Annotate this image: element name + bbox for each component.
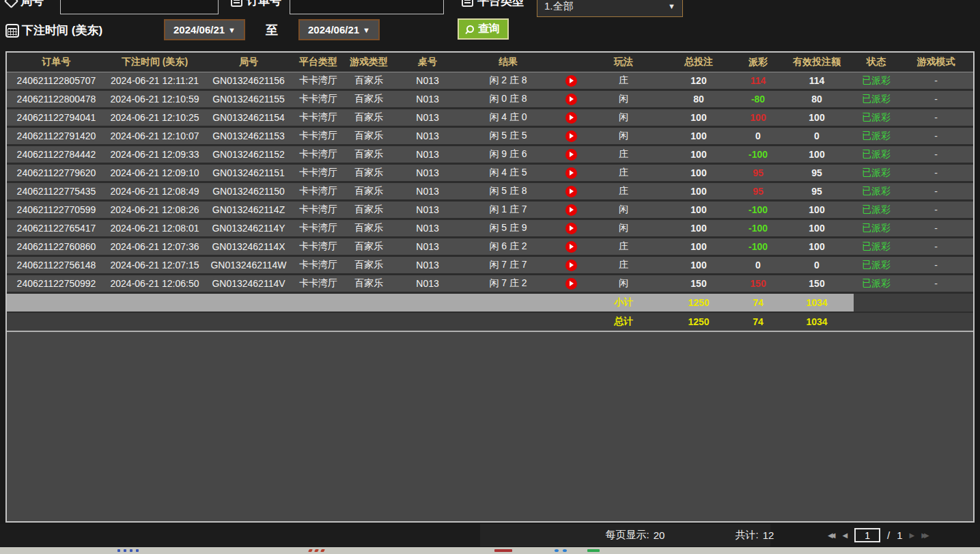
- cell-bet-time: 2024-06-21 12:09:33: [106, 146, 204, 163]
- cell-payout: -100: [736, 238, 780, 255]
- cell-round-id: GN0132462114Y: [204, 220, 294, 236]
- cell-table-no: N013: [395, 165, 460, 181]
- page-separator: /: [887, 529, 890, 541]
- cell-total-bet: 120: [661, 72, 736, 89]
- cell-result: 闲 5 庄 5: [460, 128, 556, 144]
- header-play: 玩法: [586, 53, 661, 72]
- current-page-input[interactable]: 1: [854, 528, 880, 542]
- cell-total-bet: 100: [661, 183, 736, 199]
- cell-bet-time: 2024-06-21 12:08:01: [106, 220, 204, 236]
- last-page-icon[interactable]: ▶▶: [921, 531, 929, 539]
- cell-play: 庄: [586, 72, 661, 89]
- order-id-label: 订单号: [247, 0, 281, 9]
- cell-status: 已派彩: [854, 109, 899, 126]
- header-payout: 派彩: [736, 53, 780, 72]
- cell-platform: 卡卡湾厅: [294, 183, 343, 199]
- cell-game-type: 百家乐: [343, 183, 395, 199]
- chevron-down-icon: ▼: [668, 2, 675, 10]
- play-replay-icon[interactable]: [565, 130, 577, 142]
- current-page-value: 1: [865, 530, 870, 541]
- play-replay-icon[interactable]: [565, 112, 577, 124]
- cell-order-id: 240621122805707: [7, 72, 106, 89]
- cell-round-id: GN01324621152: [204, 146, 294, 163]
- cell-valid-bet: 100: [780, 109, 854, 126]
- cell-table-no: N013: [395, 238, 460, 255]
- cell-table-no: N013: [395, 146, 460, 163]
- cell-status: 已派彩: [854, 257, 899, 273]
- cell-play: 庄: [586, 257, 661, 273]
- play-replay-icon[interactable]: [565, 204, 577, 216]
- cell-play: 庄: [586, 165, 661, 181]
- cell-order-id: 240621122800478: [7, 91, 106, 107]
- play-replay-icon[interactable]: [565, 167, 577, 179]
- cell-result: 闲 4 庄 0: [460, 109, 556, 126]
- header-platform: 平台类型: [294, 53, 343, 72]
- subtotal-total-bet: 1250: [661, 294, 736, 311]
- cell-platform: 卡卡湾厅: [294, 72, 343, 89]
- cell-total-bet: 100: [661, 109, 736, 126]
- cell-order-id: 240621122779620: [7, 165, 106, 181]
- next-page-icon[interactable]: ▶: [910, 531, 915, 539]
- order-id-input[interactable]: [290, 0, 444, 14]
- cell-status: 已派彩: [854, 275, 899, 292]
- play-replay-icon[interactable]: [565, 260, 577, 271]
- header-status: 状态: [854, 53, 899, 72]
- cell-bet-time: 2024-06-21 12:10:59: [106, 91, 204, 107]
- header-game-type: 游戏类型: [343, 53, 395, 72]
- cell-platform: 卡卡湾厅: [294, 275, 343, 292]
- cell-bet-time: 2024-06-21 12:08:26: [106, 202, 204, 218]
- cell-game-mode: -: [899, 109, 973, 126]
- cell-game-type: 百家乐: [343, 72, 395, 89]
- first-page-icon[interactable]: ◀◀: [828, 531, 835, 539]
- platform-type-value: 1.全部: [544, 0, 574, 13]
- date-to-picker[interactable]: 2024/06/21 ▼: [298, 19, 380, 40]
- platform-type-select[interactable]: 1.全部 ▼: [537, 0, 683, 17]
- date-from-picker[interactable]: 2024/06/21 ▼: [164, 19, 245, 40]
- cell-game-mode: -: [899, 72, 973, 89]
- header-replay: [556, 53, 586, 72]
- play-replay-icon[interactable]: [565, 186, 577, 197]
- subtotal-payout: 74: [736, 294, 780, 311]
- cell-play: 闲: [586, 128, 661, 144]
- play-replay-icon[interactable]: [565, 149, 577, 161]
- play-replay-icon[interactable]: [565, 75, 577, 87]
- date-to-value: 2024/06/21: [308, 24, 359, 36]
- header-game-mode: 游戏模式: [899, 53, 973, 72]
- query-button[interactable]: 查询: [458, 18, 509, 40]
- cell-play: 闲: [586, 91, 661, 107]
- cell-valid-bet: 100: [780, 146, 854, 163]
- per-page-label: 每页显示:: [606, 529, 649, 542]
- play-replay-icon[interactable]: [565, 241, 577, 253]
- round-id-input[interactable]: [60, 0, 219, 14]
- play-replay-icon[interactable]: [565, 278, 577, 290]
- cell-result: 闲 5 庄 8: [460, 183, 556, 199]
- cell-platform: 卡卡湾厅: [294, 128, 343, 144]
- cell-status: 已派彩: [854, 91, 899, 107]
- cell-status: 已派彩: [854, 72, 899, 89]
- cell-game-mode: -: [899, 128, 973, 144]
- cell-result: 闲 5 庄 9: [460, 220, 556, 236]
- cell-valid-bet: 114: [780, 72, 854, 89]
- cell-round-id: GN01324621154: [204, 109, 294, 126]
- play-replay-icon[interactable]: [565, 223, 577, 234]
- header-order-id: 订单号: [7, 53, 106, 72]
- table-row: 240621122805707 2024-06-21 12:11:21 GN01…: [7, 72, 973, 91]
- total-label: 总计: [586, 313, 661, 331]
- platform-type-icon: [462, 0, 473, 7]
- query-button-label: 查询: [478, 22, 500, 36]
- table-row: 240621122794041 2024-06-21 12:10:25 GN01…: [7, 109, 973, 128]
- total-count-label: 共计:: [736, 529, 759, 542]
- cell-table-no: N013: [395, 220, 460, 236]
- cell-table-no: N013: [395, 109, 460, 126]
- date-from-value: 2024/06/21: [173, 24, 225, 36]
- cell-payout: 95: [736, 183, 780, 199]
- pager-controls: ◀◀ ◀ 1 / 1 ▶ ▶▶: [828, 524, 929, 546]
- prev-page-icon[interactable]: ◀: [842, 531, 848, 539]
- cell-round-id: GN01324621156: [204, 72, 294, 89]
- cell-order-id: 240621122791420: [7, 128, 106, 144]
- cell-valid-bet: 100: [780, 238, 854, 255]
- play-replay-icon[interactable]: [565, 94, 577, 105]
- cell-bet-time: 2024-06-21 12:10:07: [106, 128, 204, 144]
- cell-result: 闲 0 庄 8: [460, 91, 556, 107]
- platform-type-label: 平台类型: [477, 0, 524, 9]
